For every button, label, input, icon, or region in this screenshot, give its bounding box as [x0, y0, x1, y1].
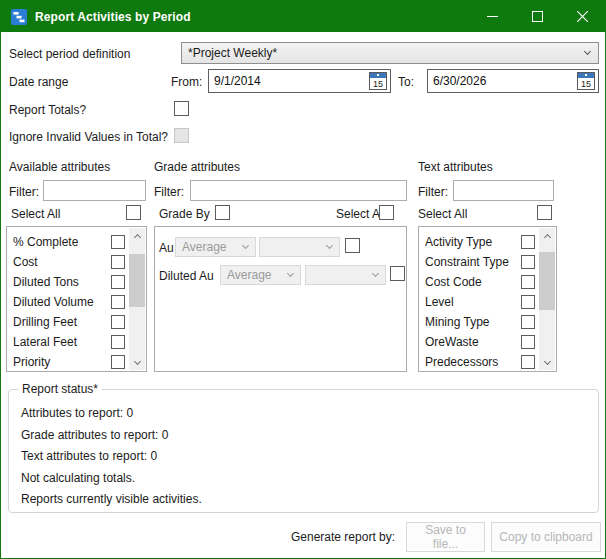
- list-item[interactable]: Diluted Tons: [7, 272, 129, 292]
- list-item-label: OreWaste: [425, 335, 521, 349]
- item-checkbox[interactable]: [111, 315, 125, 329]
- scroll-down-button[interactable]: [539, 355, 555, 370]
- report-totals-checkbox[interactable]: [174, 101, 189, 116]
- list-item[interactable]: Cost: [7, 252, 129, 272]
- grade-row-label: Diluted Au: [159, 269, 214, 283]
- date-to-label: To:: [398, 75, 414, 89]
- scroll-down-button[interactable]: [129, 355, 145, 370]
- list-item[interactable]: Drilling Feet: [7, 312, 129, 332]
- text-filter-field: [453, 180, 554, 201]
- grade-row-checkbox[interactable]: [390, 266, 405, 281]
- list-item-label: Activity Type: [425, 235, 521, 249]
- report-status-group: Report status* Attributes to report: 0 G…: [8, 389, 599, 513]
- text-select-all-label: Select All: [418, 207, 467, 221]
- chevron-down-icon: [326, 242, 333, 249]
- scroll-track[interactable]: [539, 243, 555, 355]
- item-checkbox[interactable]: [521, 355, 535, 369]
- text-select-all-checkbox[interactable]: [537, 205, 552, 220]
- status-grade-count: Grade attributes to report: 0: [21, 428, 202, 443]
- list-item-label: Priority: [13, 355, 111, 369]
- item-checkbox[interactable]: [521, 235, 535, 249]
- grade-filter-label: Filter:: [154, 185, 184, 199]
- scroll-up-button[interactable]: [129, 228, 145, 243]
- grade-attributes-panel: Au Average Diluted Au Average: [154, 226, 407, 372]
- item-checkbox[interactable]: [521, 275, 535, 289]
- item-checkbox[interactable]: [521, 335, 535, 349]
- list-item[interactable]: Level: [419, 292, 539, 312]
- maximize-button[interactable]: [515, 1, 560, 32]
- item-checkbox[interactable]: [111, 335, 125, 349]
- list-item[interactable]: Constraint Type: [419, 252, 539, 272]
- list-item-label: Predecessors: [425, 355, 521, 369]
- list-item[interactable]: Cost Code: [419, 272, 539, 292]
- available-filter-input[interactable]: [44, 181, 145, 200]
- available-filter-field: [43, 180, 146, 201]
- generate-report-label: Generate report by:: [291, 530, 395, 544]
- period-definition-select[interactable]: *Project Weekly*: [181, 42, 599, 64]
- item-checkbox[interactable]: [521, 295, 535, 309]
- list-item[interactable]: Priority: [7, 352, 129, 372]
- status-totals-note: Not calculating totals.: [21, 471, 202, 486]
- date-to-field: 15: [427, 69, 599, 93]
- vertical-scrollbar[interactable]: [129, 228, 145, 370]
- grade-select-all-checkbox[interactable]: [379, 205, 394, 220]
- ignore-invalid-checkbox: [174, 128, 189, 143]
- scroll-thumb[interactable]: [539, 252, 555, 310]
- list-item[interactable]: Lateral Feet: [7, 332, 129, 352]
- list-item[interactable]: Predecessors: [419, 352, 539, 372]
- date-from-calendar-button[interactable]: 15: [369, 72, 387, 90]
- period-definition-label: Select period definition: [9, 47, 130, 61]
- grade-by-checkbox[interactable]: [215, 205, 230, 220]
- grade-by-label: Grade By: [159, 207, 210, 221]
- text-attributes-list: Activity Type Constraint Type Cost Code …: [418, 226, 557, 372]
- item-checkbox[interactable]: [521, 255, 535, 269]
- close-button[interactable]: [560, 1, 605, 32]
- grade-row-label: Au: [159, 241, 174, 255]
- item-checkbox[interactable]: [111, 295, 125, 309]
- grade-attributes-header: Grade attributes: [154, 160, 240, 174]
- text-filter-input[interactable]: [454, 181, 553, 200]
- list-item-label: Level: [425, 295, 521, 309]
- list-item-label: Lateral Feet: [13, 335, 111, 349]
- save-to-file-button[interactable]: Save to file...: [406, 522, 485, 552]
- available-select-all-label: Select All: [11, 207, 60, 221]
- list-item[interactable]: Activity Type: [419, 232, 539, 252]
- item-checkbox[interactable]: [111, 355, 125, 369]
- period-definition-value: *Project Weekly*: [188, 46, 585, 60]
- available-filter-label: Filter:: [9, 185, 39, 199]
- available-select-all-checkbox[interactable]: [126, 205, 141, 220]
- date-to-input[interactable]: [428, 70, 572, 92]
- available-attributes-list: % Complete Cost Diluted Tons Diluted Vol…: [6, 226, 147, 372]
- date-from-input[interactable]: [209, 70, 364, 92]
- window-title: Report Activities by Period: [35, 10, 191, 24]
- gantt-chart-icon: [11, 9, 27, 25]
- date-to-calendar-button[interactable]: 15: [577, 72, 595, 90]
- scroll-up-button[interactable]: [539, 228, 555, 243]
- grade-row-checkbox[interactable]: [345, 238, 360, 253]
- list-item[interactable]: % Complete: [7, 232, 129, 252]
- scroll-thumb[interactable]: [129, 254, 145, 307]
- scroll-track[interactable]: [129, 243, 145, 355]
- chevron-down-icon: [372, 270, 379, 277]
- list-item[interactable]: OreWaste: [419, 332, 539, 352]
- minimize-button[interactable]: [470, 1, 515, 32]
- vertical-scrollbar[interactable]: [539, 228, 555, 370]
- item-checkbox[interactable]: [111, 255, 125, 269]
- list-item-label: Mining Type: [425, 315, 521, 329]
- item-checkbox[interactable]: [111, 235, 125, 249]
- copy-to-clipboard-button[interactable]: Copy to clipboard: [491, 522, 601, 552]
- item-checkbox[interactable]: [111, 275, 125, 289]
- list-item-label: Cost: [13, 255, 111, 269]
- item-checkbox[interactable]: [521, 315, 535, 329]
- chevron-down-icon: [242, 242, 249, 249]
- titlebar: Report Activities by Period: [1, 1, 605, 32]
- window-controls: [470, 1, 605, 32]
- grade-filter-field: [190, 180, 407, 201]
- chevron-down-icon: [287, 270, 294, 277]
- grade-filter-input[interactable]: [191, 181, 406, 200]
- list-item-label: % Complete: [13, 235, 111, 249]
- list-item[interactable]: Mining Type: [419, 312, 539, 332]
- list-item[interactable]: Diluted Volume: [7, 292, 129, 312]
- list-item-label: Diluted Volume: [13, 295, 111, 309]
- date-from-field: 15: [208, 69, 391, 93]
